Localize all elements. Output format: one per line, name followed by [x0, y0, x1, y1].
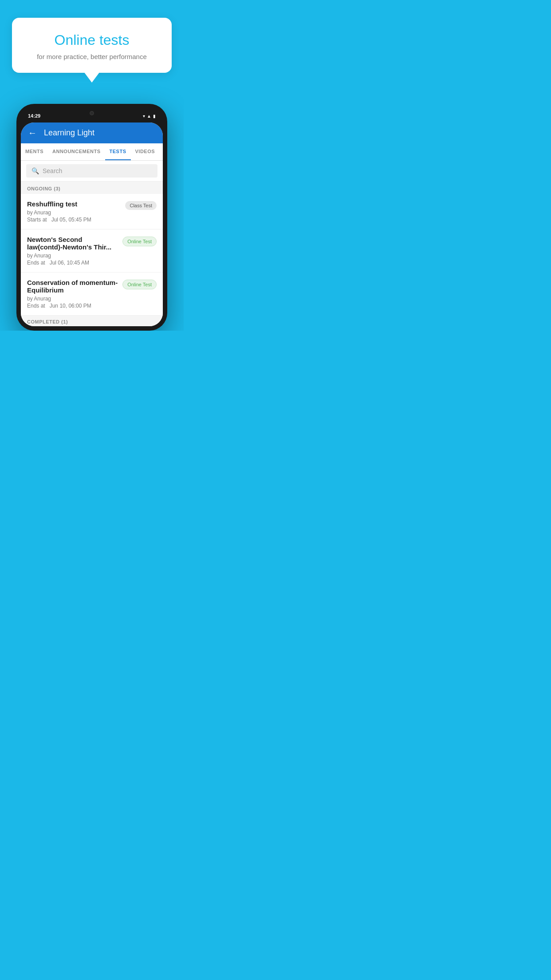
back-button[interactable]: ← [28, 128, 37, 138]
phone-wrapper: 14:29 ▾ ▲ ▮ ← Learning Light MENTS ANNOU… [0, 104, 184, 331]
test-badge-3: Online Test [122, 280, 157, 289]
test-info-2: Newton's Second law(contd)-Newton's Thir… [27, 236, 119, 266]
wifi-icon: ▾ [143, 114, 145, 119]
test-item[interactable]: Reshuffling test by Anurag Starts at Jul… [21, 194, 163, 229]
test-item-2[interactable]: Newton's Second law(contd)-Newton's Thir… [21, 229, 163, 273]
test-info-1: Reshuffling test by Anurag Starts at Jul… [27, 200, 122, 223]
test-item-3[interactable]: Conservation of momentum-Equilibrium by … [21, 273, 163, 316]
phone-device: 14:29 ▾ ▲ ▮ ← Learning Light MENTS ANNOU… [16, 104, 167, 331]
status-icons: ▾ ▲ ▮ [143, 114, 156, 119]
search-input-wrapper[interactable]: 🔍 Search [26, 164, 157, 178]
test-date-1: Starts at Jul 05, 05:45 PM [27, 217, 122, 223]
test-list: Reshuffling test by Anurag Starts at Jul… [21, 194, 163, 316]
test-name-1: Reshuffling test [27, 200, 122, 208]
bubble-title: Online tests [23, 32, 161, 48]
test-author-3: by Anurag [27, 296, 119, 302]
battery-icon: ▮ [153, 114, 156, 119]
tab-tests[interactable]: TESTS [105, 143, 131, 160]
phone-screen: ← Learning Light MENTS ANNOUNCEMENTS TES… [21, 122, 163, 326]
tabs-bar: MENTS ANNOUNCEMENTS TESTS VIDEOS [21, 143, 163, 161]
tab-announcements[interactable]: ANNOUNCEMENTS [48, 143, 105, 160]
tab-videos[interactable]: VIDEOS [131, 143, 160, 160]
speech-bubble-area: Online tests for more practice, better p… [0, 0, 184, 99]
test-badge-2: Online Test [122, 237, 157, 246]
speech-bubble: Online tests for more practice, better p… [12, 18, 172, 73]
app-title: Learning Light [44, 128, 94, 138]
test-name-3: Conservation of momentum-Equilibrium [27, 279, 119, 294]
test-date-2: Ends at Jul 06, 10:45 AM [27, 260, 119, 266]
status-time: 14:29 [28, 113, 40, 119]
search-bar: 🔍 Search [21, 161, 163, 182]
tab-ments[interactable]: MENTS [21, 143, 48, 160]
ongoing-section-header: ONGOING (3) [21, 182, 163, 194]
app-header: ← Learning Light [21, 122, 163, 143]
search-icon: 🔍 [31, 167, 39, 174]
bubble-subtitle: for more practice, better performance [23, 53, 161, 60]
test-author-2: by Anurag [27, 253, 119, 259]
test-author-1: by Anurag [27, 209, 122, 216]
test-badge-1: Class Test [125, 201, 157, 210]
search-placeholder: Search [43, 167, 62, 174]
test-date-3: Ends at Jun 10, 06:00 PM [27, 303, 119, 309]
test-name-2: Newton's Second law(contd)-Newton's Thir… [27, 236, 119, 251]
front-camera [90, 111, 94, 115]
test-info-3: Conservation of momentum-Equilibrium by … [27, 279, 119, 309]
completed-section-header: COMPLETED (1) [21, 316, 163, 326]
signal-icon: ▲ [147, 114, 151, 119]
phone-notch [74, 108, 110, 118]
